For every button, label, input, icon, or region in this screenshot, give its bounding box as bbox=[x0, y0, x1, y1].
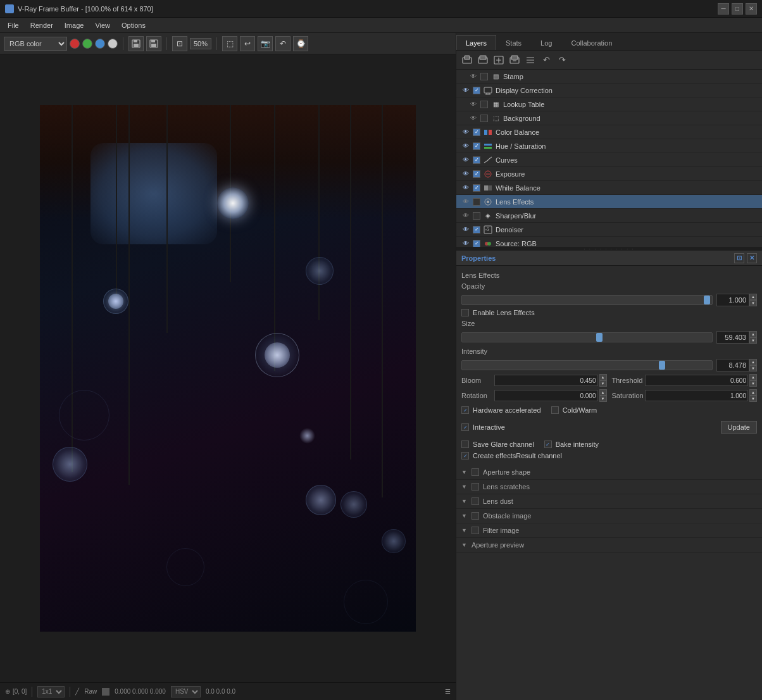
rotation-arrows[interactable]: ▲ ▼ bbox=[599, 389, 607, 402]
layer-check-sharpen[interactable] bbox=[473, 212, 480, 220]
blue-channel-dot[interactable] bbox=[95, 39, 105, 49]
opacity-slider[interactable] bbox=[461, 295, 713, 305]
layer-eye-exp[interactable]: 👁 bbox=[461, 170, 470, 178]
aperture-preview-header[interactable]: ▼ Aperture preview bbox=[456, 538, 762, 552]
layer-wb[interactable]: 👁 ✓ White Balance bbox=[456, 181, 762, 195]
layer-check-lens[interactable] bbox=[473, 198, 480, 206]
layer-check-exp[interactable]: ✓ bbox=[473, 170, 480, 178]
saturation-arrows[interactable]: ▲ ▼ bbox=[749, 389, 757, 402]
maximize-button[interactable]: □ bbox=[732, 3, 743, 15]
bloom-arrows[interactable]: ▲ ▼ bbox=[599, 374, 607, 387]
size-thumb[interactable] bbox=[596, 333, 603, 342]
save-as-button[interactable]: + bbox=[146, 36, 161, 51]
layer-hue-sat[interactable]: 👁 ✓ Hue / Saturation bbox=[456, 139, 762, 153]
remove-layer-btn[interactable] bbox=[508, 53, 522, 67]
hw-accel-checkbox[interactable] bbox=[461, 406, 469, 414]
cold-warm-checkbox[interactable] bbox=[551, 406, 559, 414]
sat-down[interactable]: ▼ bbox=[749, 396, 757, 402]
layer-lens-effects[interactable]: 👁 Lens Effects bbox=[456, 195, 762, 209]
opacity-spin-down[interactable]: ▼ bbox=[749, 300, 757, 306]
layer-curves[interactable]: 👁 ✓ Curves bbox=[456, 153, 762, 167]
props-detach-btn[interactable]: ✕ bbox=[747, 253, 757, 263]
list-view-btn[interactable] bbox=[523, 53, 537, 67]
layer-eye-cb[interactable]: 👁 bbox=[461, 128, 470, 137]
tab-collaboration[interactable]: Collaboration bbox=[561, 35, 621, 50]
layer-stamp[interactable]: 👁 ▤ Stamp bbox=[456, 70, 762, 84]
lens-dust-header[interactable]: ▼ Lens dust bbox=[456, 494, 762, 508]
layer-eye-curves[interactable]: 👁 bbox=[461, 156, 470, 165]
opacity-thumb[interactable] bbox=[704, 296, 710, 304]
layer-check-lookup[interactable] bbox=[480, 101, 488, 108]
obstacle-image-header[interactable]: ▼ Obstacle image bbox=[456, 509, 762, 523]
lens-scratches-check[interactable] bbox=[472, 483, 479, 491]
tab-stats[interactable]: Stats bbox=[496, 35, 531, 50]
layer-check-stamp[interactable] bbox=[480, 73, 488, 80]
aperture-shape-check[interactable] bbox=[472, 468, 479, 476]
lens-scratches-header[interactable]: ▼ Lens scratches bbox=[456, 480, 762, 494]
bloom-up[interactable]: ▲ bbox=[599, 374, 607, 380]
layer-eye-wb[interactable]: 👁 bbox=[461, 184, 470, 192]
layer-eye-display[interactable]: 👁 bbox=[461, 86, 470, 95]
intensity-spin-down[interactable]: ▼ bbox=[749, 365, 757, 372]
enable-lens-checkbox[interactable] bbox=[461, 309, 469, 316]
thresh-down[interactable]: ▼ bbox=[749, 380, 757, 387]
zoom-dropdown[interactable]: 1x1 bbox=[37, 686, 65, 697]
rot-up[interactable]: ▲ bbox=[599, 389, 607, 396]
layer-lookup[interactable]: 👁 ▦ Lookup Table bbox=[456, 97, 762, 111]
layer-color-balance[interactable]: 👁 ✓ Color Balance bbox=[456, 125, 762, 139]
select-tool-button[interactable]: ⊡ bbox=[172, 36, 187, 51]
intensity-thumb[interactable] bbox=[659, 361, 665, 370]
layer-eye-stamp[interactable]: 👁 bbox=[469, 72, 478, 81]
layer-sharpen[interactable]: 👁 ◈ Sharpen/Blur bbox=[456, 209, 762, 223]
layer-eye-denoiser[interactable]: 👁 bbox=[461, 225, 470, 234]
bake-intensity-checkbox[interactable] bbox=[544, 441, 552, 448]
menu-file[interactable]: File bbox=[3, 20, 24, 30]
menu-options[interactable]: Options bbox=[116, 20, 151, 30]
red-channel-dot[interactable] bbox=[70, 39, 80, 49]
size-spin-down[interactable]: ▼ bbox=[749, 337, 757, 344]
layer-eye-bg[interactable]: 👁 bbox=[469, 114, 478, 123]
add-layer-btn[interactable] bbox=[460, 53, 474, 67]
opacity-value[interactable]: 1.000 bbox=[716, 294, 749, 306]
layer-check-wb[interactable]: ✓ bbox=[473, 184, 480, 192]
layer-check-source[interactable]: ✓ bbox=[473, 240, 480, 247]
redo-btn[interactable]: ↷ bbox=[555, 53, 569, 67]
thresh-up[interactable]: ▲ bbox=[749, 374, 757, 380]
filter-image-check[interactable] bbox=[472, 527, 479, 534]
lens-dust-check[interactable] bbox=[472, 497, 479, 505]
intensity-value[interactable]: 8.478 bbox=[716, 359, 749, 372]
intensity-spin-arrows[interactable]: ▲ ▼ bbox=[749, 359, 757, 372]
saturation-input[interactable] bbox=[645, 390, 748, 401]
layer-check-bg[interactable] bbox=[480, 115, 488, 122]
intensity-spin-up[interactable]: ▲ bbox=[749, 359, 757, 365]
add-correction-btn[interactable] bbox=[476, 53, 490, 67]
threshold-input[interactable] bbox=[645, 375, 749, 386]
layer-denoiser[interactable]: 👁 ✓ Denoiser bbox=[456, 223, 762, 237]
menu-image[interactable]: Image bbox=[59, 20, 89, 30]
green-channel-dot[interactable] bbox=[82, 39, 92, 49]
status-menu-icon[interactable]: ☰ bbox=[445, 688, 451, 695]
region-button[interactable]: ↩ bbox=[240, 36, 255, 51]
tab-layers[interactable]: Layers bbox=[456, 35, 496, 50]
layer-check-cb[interactable]: ✓ bbox=[473, 128, 480, 136]
layer-eye-lens[interactable]: 👁 bbox=[461, 197, 470, 206]
rot-down[interactable]: ▼ bbox=[599, 396, 607, 402]
size-slider[interactable] bbox=[461, 332, 713, 342]
layer-background[interactable]: 👁 ⬚ Background bbox=[456, 111, 762, 125]
obstacle-image-check[interactable] bbox=[472, 512, 479, 520]
rotation-input[interactable] bbox=[494, 390, 598, 401]
frame-button[interactable]: ⬚ bbox=[222, 36, 237, 51]
opacity-spin-arrows[interactable]: ▲ ▼ bbox=[749, 294, 757, 306]
bloom-input[interactable] bbox=[494, 375, 598, 386]
white-channel-dot[interactable] bbox=[108, 39, 118, 49]
threshold-arrows[interactable]: ▲ ▼ bbox=[749, 374, 757, 387]
update-button[interactable]: Update bbox=[721, 421, 757, 434]
tab-log[interactable]: Log bbox=[531, 35, 561, 50]
aperture-shape-header[interactable]: ▼ Aperture shape bbox=[456, 465, 762, 479]
size-spin-arrows[interactable]: ▲ ▼ bbox=[749, 331, 757, 344]
title-bar-controls[interactable]: ─ □ ✕ bbox=[718, 3, 757, 15]
close-button[interactable]: ✕ bbox=[746, 3, 757, 15]
save-glare-checkbox[interactable] bbox=[461, 441, 469, 448]
filter-image-header[interactable]: ▼ Filter image bbox=[456, 523, 762, 537]
camera-button[interactable]: 📷 bbox=[258, 36, 273, 51]
